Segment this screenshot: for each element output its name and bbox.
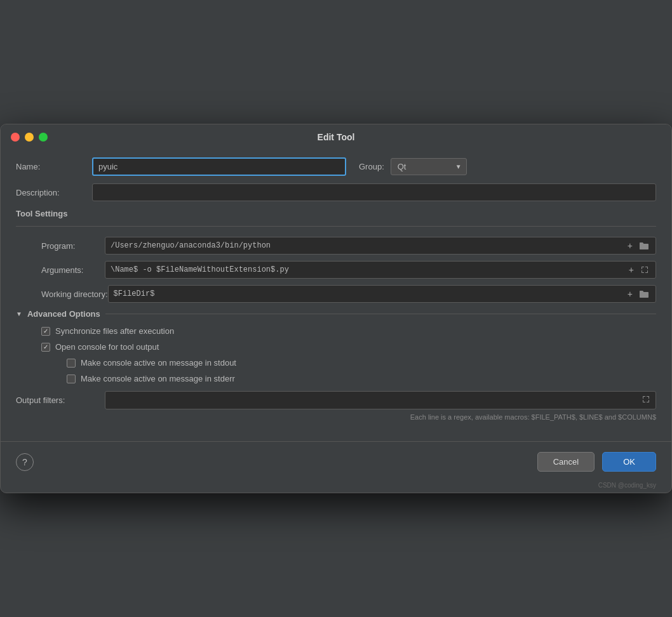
- sync-files-row: Synchronize files after execution: [16, 326, 656, 336]
- name-group-row: Name: Group: Qt Other ▼: [16, 157, 656, 176]
- tool-settings-title: Tool Settings: [16, 209, 656, 218]
- working-directory-input-wrapper: +: [108, 285, 656, 303]
- make-active-stdout-label: Make console active on message in stdout: [81, 358, 236, 368]
- tool-settings-divider: [16, 226, 656, 227]
- working-directory-label: Working directory:: [16, 289, 108, 299]
- arguments-input[interactable]: [111, 265, 624, 274]
- make-active-stdout-checkbox[interactable]: [67, 359, 76, 368]
- group-label: Group:: [359, 162, 384, 171]
- description-label: Description:: [16, 188, 92, 197]
- open-console-checkbox[interactable]: [41, 343, 50, 352]
- ok-button[interactable]: OK: [602, 452, 656, 472]
- open-console-label: Open console for tool output: [55, 342, 159, 352]
- output-filters-row: Output filters:: [16, 391, 656, 409]
- program-row: Program: +: [16, 237, 656, 255]
- description-row: Description:: [16, 183, 656, 201]
- working-directory-row: Working directory: +: [16, 285, 656, 303]
- program-label: Program:: [16, 241, 105, 251]
- make-active-stderr-checkbox[interactable]: [67, 375, 76, 383]
- help-button[interactable]: ?: [16, 453, 34, 471]
- expand-icon: [640, 265, 649, 274]
- traffic-lights: [11, 133, 48, 142]
- advanced-options-header: ▼ Advanced Options: [16, 309, 656, 319]
- working-directory-browse-button[interactable]: [638, 289, 650, 298]
- sync-files-label: Synchronize files after execution: [55, 326, 174, 336]
- minimize-button[interactable]: [25, 133, 34, 142]
- make-active-stderr-label: Make console active on message in stderr: [81, 374, 235, 383]
- collapse-arrow-icon[interactable]: ▼: [16, 310, 22, 317]
- arguments-row: Arguments: +: [16, 261, 656, 279]
- description-input[interactable]: [92, 183, 656, 201]
- cancel-button[interactable]: Cancel: [537, 452, 595, 472]
- arguments-expand-button[interactable]: [639, 265, 650, 274]
- group-section: Group: Qt Other ▼: [359, 158, 467, 175]
- output-filters-label: Output filters:: [16, 395, 105, 405]
- advanced-divider: [105, 314, 656, 314]
- arguments-input-wrapper: +: [105, 261, 656, 279]
- output-filters-input[interactable]: [111, 395, 642, 405]
- folder-icon: [639, 289, 649, 298]
- working-directory-input[interactable]: [114, 289, 622, 298]
- watermark-text: CSDN @coding_ksy: [1, 482, 671, 493]
- footer: ? Cancel OK: [1, 441, 671, 482]
- program-add-button[interactable]: +: [626, 241, 634, 251]
- group-select[interactable]: Qt Other: [391, 158, 467, 175]
- output-filters-expand-icon[interactable]: [642, 395, 650, 406]
- name-input[interactable]: [92, 157, 346, 176]
- title-bar: Edit Tool: [1, 124, 671, 147]
- footer-buttons: Cancel OK: [537, 452, 656, 472]
- open-console-row: Open console for tool output: [16, 342, 656, 352]
- program-input-wrapper: +: [105, 237, 656, 255]
- sync-files-checkbox[interactable]: [41, 327, 50, 336]
- close-button[interactable]: [11, 133, 20, 142]
- maximize-button[interactable]: [39, 133, 48, 142]
- advanced-options-section: ▼ Advanced Options Synchronize files aft…: [16, 309, 656, 421]
- group-select-wrapper: Qt Other ▼: [391, 158, 467, 175]
- name-label: Name:: [16, 162, 92, 171]
- advanced-options-title: Advanced Options: [27, 309, 100, 319]
- window-title: Edit Tool: [318, 132, 355, 142]
- output-filters-input-wrapper: [105, 391, 656, 409]
- arguments-label: Arguments:: [16, 265, 105, 275]
- folder-icon: [639, 241, 649, 250]
- program-input[interactable]: [111, 241, 622, 250]
- program-browse-button[interactable]: [638, 241, 650, 250]
- make-active-stderr-row: Make console active on message in stderr: [16, 374, 656, 383]
- working-directory-add-button[interactable]: +: [626, 289, 634, 299]
- main-content: Name: Group: Qt Other ▼ Description: Too…: [1, 147, 671, 434]
- tool-settings-section: Program: + Arguments: +: [16, 237, 656, 303]
- make-active-stdout-row: Make console active on message in stdout: [16, 358, 656, 368]
- edit-tool-window: Edit Tool Name: Group: Qt Other ▼ Descri…: [0, 124, 672, 493]
- arguments-add-button[interactable]: +: [628, 265, 635, 275]
- output-filters-hint: Each line is a regex, available macros: …: [16, 413, 656, 421]
